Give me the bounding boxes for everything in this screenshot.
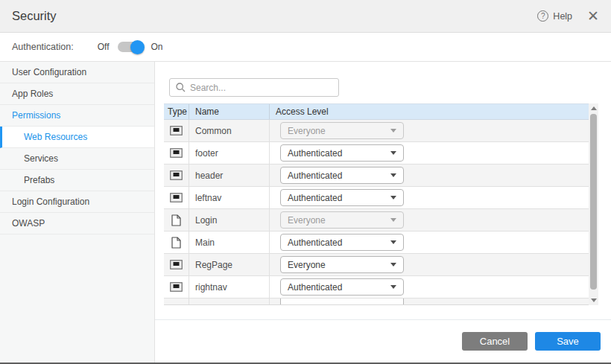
type-cell [164, 120, 189, 141]
column-header-name[interactable]: Name [189, 104, 270, 119]
access-level-value: Everyone [288, 215, 326, 226]
table-row-partial [164, 298, 589, 305]
page-title: Security [12, 9, 57, 23]
chevron-down-icon [390, 196, 396, 199]
sidebar-item-label: Permissions [12, 110, 60, 121]
authentication-bar: Authentication: Off On [0, 33, 611, 62]
partial-icon [170, 170, 183, 180]
chevron-down-icon [390, 173, 396, 177]
help-icon: ? [537, 10, 548, 22]
table-row: leftnav Authenticated [164, 187, 589, 209]
type-cell [164, 254, 189, 275]
access-level-select[interactable]: Everyone [280, 122, 404, 139]
type-cell [164, 165, 189, 186]
type-cell [164, 209, 189, 231]
access-level-select[interactable]: Authenticated [280, 167, 404, 184]
resource-name: leftnav [195, 193, 221, 203]
table-row: Main Authenticated [164, 232, 589, 254]
save-button[interactable]: Save [535, 332, 601, 351]
cancel-button[interactable]: Cancel [462, 332, 528, 351]
access-cell: Everyone [270, 254, 589, 275]
partial-icon [170, 126, 183, 135]
chevron-down-icon [390, 285, 396, 289]
access-level-value: Authenticated [288, 237, 342, 248]
type-cell [164, 187, 189, 208]
partial-icon [170, 282, 183, 292]
sidebar-item-user-configuration[interactable]: User Configuration [0, 62, 154, 83]
sidebar-item-label: Login Configuration [12, 197, 89, 207]
close-icon[interactable]: ✕ [587, 9, 599, 23]
search-box[interactable] [169, 78, 339, 97]
column-header-access-level[interactable]: Access Level [270, 104, 589, 119]
name-cell: Main [189, 232, 270, 253]
table-row: RegPage Everyone [164, 254, 589, 276]
access-cell: Authenticated [270, 165, 589, 186]
table-body: Common Everyone footer [164, 120, 589, 305]
access-level-value: Everyone [288, 126, 326, 136]
table-row: Common Everyone [164, 120, 589, 142]
sidebar-item-label: OWASP [12, 218, 45, 229]
access-level-select[interactable]: Authenticated [280, 189, 404, 206]
partial-icon [170, 260, 183, 269]
sidebar-item-permissions[interactable]: Permissions [0, 105, 154, 127]
name-cell: Login [189, 209, 270, 231]
partial-icon [170, 148, 183, 158]
resources-table: Type Name Access Level Common [164, 103, 589, 305]
type-cell [164, 276, 189, 298]
name-cell: Common [189, 120, 270, 141]
table-row: header Authenticated [164, 165, 589, 187]
partial-icon [170, 193, 183, 202]
resource-name: header [195, 170, 223, 181]
sidebar-item-services[interactable]: Services [0, 148, 154, 170]
resource-name: rightnav [195, 282, 227, 293]
sidebar-item-label: Prefabs [24, 175, 54, 185]
scrollbar-thumb[interactable] [590, 114, 597, 290]
authentication-toggle[interactable] [118, 42, 143, 52]
footer-divider [155, 319, 611, 320]
scroll-up-icon[interactable] [589, 103, 598, 113]
help-label: Help [553, 11, 572, 22]
sidebar-item-label: App Roles [12, 89, 53, 99]
access-level-select[interactable]: Authenticated [280, 234, 404, 251]
access-cell: Authenticated [270, 232, 589, 253]
sidebar-item-prefabs[interactable]: Prefabs [0, 170, 154, 191]
page-icon [171, 237, 181, 249]
table-row: footer Authenticated [164, 142, 589, 165]
access-cell: Everyone [270, 120, 589, 141]
security-dialog: Security ? Help ✕ Authentication: Off On… [0, 0, 611, 364]
chevron-down-icon [390, 151, 396, 155]
access-level-value: Authenticated [288, 170, 342, 181]
access-level-select[interactable]: Authenticated [280, 278, 404, 296]
access-cell: Authenticated [270, 187, 589, 208]
sidebar-item-label: Web Resources [24, 132, 87, 142]
sidebar-item-web-resources[interactable]: Web Resources [0, 127, 154, 148]
sidebar-item-label: User Configuration [12, 67, 86, 77]
chevron-down-icon [390, 129, 396, 132]
sidebar-item-login-configuration[interactable]: Login Configuration [0, 191, 154, 213]
access-level-select[interactable]: Everyone [280, 256, 404, 273]
access-cell: Authenticated [270, 276, 589, 298]
table-row: Login Everyone [164, 209, 589, 232]
vertical-scrollbar[interactable] [589, 103, 598, 305]
search-input[interactable] [190, 83, 332, 93]
resource-name: Login [195, 215, 217, 226]
access-level-select[interactable]: Everyone [280, 211, 404, 229]
access-cell: Authenticated [270, 142, 589, 164]
scroll-down-icon[interactable] [589, 296, 598, 305]
access-level-select[interactable]: Authenticated [280, 144, 404, 162]
main-panel: Type Name Access Level Common [155, 62, 611, 363]
page-icon [171, 214, 181, 226]
access-cell: Everyone [270, 209, 589, 231]
name-cell: rightnav [189, 276, 270, 298]
sidebar-item-owasp[interactable]: OWASP [0, 213, 154, 234]
sidebar-item-app-roles[interactable]: App Roles [0, 83, 154, 105]
access-level-value: Everyone [288, 260, 326, 270]
access-level-value: Authenticated [288, 148, 342, 159]
name-cell: header [189, 165, 270, 186]
access-level-select[interactable] [280, 298, 404, 305]
resource-name: Common [195, 126, 232, 136]
access-level-value: Authenticated [288, 193, 342, 203]
help-button[interactable]: ? Help [537, 10, 572, 22]
toggle-on-label: On [151, 42, 163, 52]
column-header-type[interactable]: Type [164, 104, 189, 119]
